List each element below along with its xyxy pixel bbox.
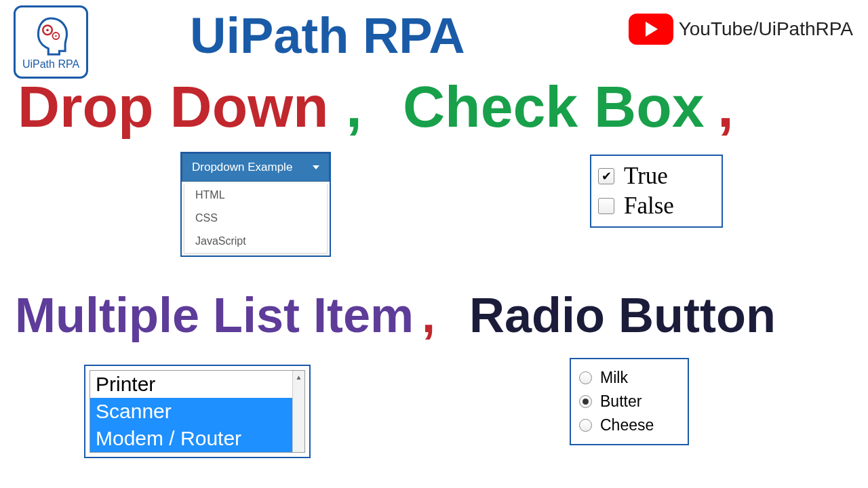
- checkbox-input[interactable]: [598, 198, 614, 214]
- separator-comma: ,: [422, 287, 435, 343]
- list-item[interactable]: Printer: [90, 371, 304, 398]
- logo-text: UiPath RPA: [22, 58, 79, 70]
- svg-point-1: [46, 28, 49, 31]
- radio-input[interactable]: [579, 419, 592, 432]
- checkbox-label: False: [624, 192, 674, 220]
- radio-row: Butter: [579, 390, 679, 413]
- logo-box: UiPath RPA: [14, 5, 88, 79]
- heading-drop-down: Drop Down: [18, 73, 329, 140]
- dropdown-button-label: Dropdown Example: [192, 161, 292, 174]
- listbox[interactable]: Printer Scanner Modem / Router ▲: [90, 370, 305, 453]
- separator-comma: ,: [717, 73, 734, 140]
- list-item[interactable]: Scanner: [90, 398, 304, 425]
- checkbox-row: False: [598, 191, 715, 221]
- caret-down-icon: [313, 165, 319, 169]
- checkbox-example: ✔ True False: [590, 155, 723, 228]
- radio-input[interactable]: [579, 395, 592, 408]
- youtube-label: YouTube/UiPathRPA: [679, 18, 853, 40]
- heading-check-box: Check Box: [403, 73, 705, 140]
- dropdown-example: Dropdown Example HTML CSS JavaScript: [180, 152, 331, 257]
- radio-label: Butter: [600, 392, 642, 411]
- dropdown-menu: HTML CSS JavaScript: [184, 184, 328, 253]
- radio-input[interactable]: [579, 371, 592, 384]
- dropdown-item[interactable]: JavaScript: [184, 230, 327, 253]
- checkbox-label: True: [624, 163, 668, 190]
- youtube-icon: [629, 14, 673, 45]
- dropdown-toggle-button[interactable]: Dropdown Example: [182, 153, 330, 182]
- heading-multiple-list: Multiple List Item: [15, 287, 414, 343]
- listbox-example: Printer Scanner Modem / Router ▲: [84, 365, 311, 458]
- dropdown-item[interactable]: HTML: [184, 184, 327, 207]
- radio-label: Milk: [600, 369, 628, 387]
- radio-row: Cheese: [579, 413, 679, 437]
- list-item[interactable]: Modem / Router: [90, 425, 304, 452]
- heading-radio-button: Radio Button: [469, 287, 776, 343]
- brain-gears-icon: [30, 15, 72, 57]
- checkbox-row: ✔ True: [598, 161, 715, 191]
- dropdown-item[interactable]: CSS: [184, 207, 327, 230]
- scrollbar[interactable]: ▲: [292, 371, 304, 452]
- checkbox-input[interactable]: ✔: [598, 168, 614, 184]
- youtube-link[interactable]: YouTube/UiPathRPA: [629, 14, 853, 45]
- scroll-up-icon[interactable]: ▲: [293, 371, 304, 383]
- radio-row: Milk: [579, 366, 679, 390]
- separator-comma: ,: [346, 73, 362, 140]
- svg-point-3: [55, 35, 56, 37]
- radio-label: Cheese: [600, 416, 654, 434]
- radio-example: Milk Butter Cheese: [570, 358, 689, 445]
- page-title: UiPath RPA: [190, 7, 465, 64]
